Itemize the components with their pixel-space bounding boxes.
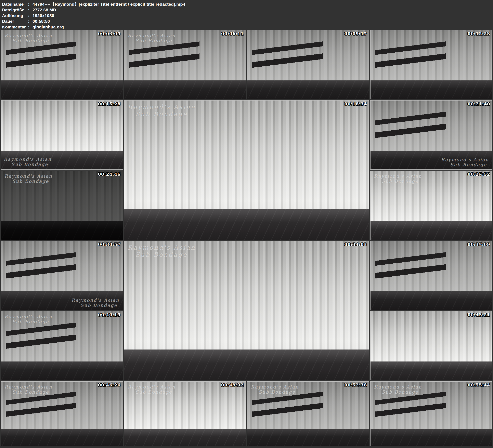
video-thumbnail: Raymond's AsianSub Bondage 00:49:32 (124, 381, 246, 446)
field-label: Dateigröße (2, 7, 28, 13)
thumbnail-placeholder (370, 311, 493, 380)
video-thumbnail: Raymond's AsianSub Bondage 00:24:46 (0, 171, 123, 240)
timestamp-overlay: 00:30:57 (98, 242, 121, 247)
thumbnail-placeholder (1, 381, 123, 446)
thumbnail-placeholder (1, 30, 123, 99)
video-thumbnail: Raymond's AsianSub Bondage 00:06:11 (124, 30, 246, 99)
video-thumbnail: Raymond's AsianSub Bondage 00:46:26 (0, 381, 123, 446)
video-thumbnail: Raymond's AsianSub Bondage 00:27:52 (370, 171, 493, 240)
duration-value: 00:58:50 (33, 19, 50, 24)
thumbnail-placeholder (247, 381, 369, 446)
timestamp-overlay: 00:27:52 (468, 172, 490, 177)
video-thumbnail: Raymond's AsianSub Bondage 00:15:28 (0, 100, 123, 169)
timestamp-overlay: 00:49:32 (221, 382, 244, 388)
video-thumbnail-large: Raymond's AsianSub Bondage 00:18:34 (124, 100, 369, 240)
filename-value: 44794----【Raymond】[expliziter Titel entf… (33, 1, 185, 7)
thumbnail-placeholder (124, 241, 369, 380)
timestamp-overlay: 00:24:46 (98, 172, 121, 177)
field-label: Auflösung (2, 13, 28, 19)
thumbnail-placeholder (124, 381, 246, 446)
field-label: Kommentar (2, 24, 28, 30)
video-thumbnail: Raymond's AsianSub Bondage 00:55:44 (370, 381, 493, 446)
metadata-row-filesize: Dateigröße : 2772.68 MB (2, 7, 493, 13)
video-thumbnail: Raymond's AsianSub Bondage 00:43:21 (370, 311, 493, 380)
thumbnail-placeholder (1, 241, 123, 310)
thumbnail-placeholder (1, 171, 123, 240)
timestamp-overlay: 00:40:15 (98, 312, 121, 317)
thumbnail-placeholder (1, 311, 123, 380)
video-thumbnail: Raymond's AsianSub Bondage 00:09:17 (247, 30, 369, 99)
thumbnail-placeholder (124, 30, 246, 99)
metadata-row-comment: Kommentar : qinglanhua.org (2, 24, 493, 30)
metadata-row-duration: Dauer : 00:58:50 (2, 19, 493, 24)
thumbnail-placeholder (370, 171, 493, 240)
video-contact-sheet: Dateiname : 44794----【Raymond】[explizite… (0, 0, 493, 448)
metadata-header: Dateiname : 44794----【Raymond】[explizite… (0, 0, 493, 30)
resolution-value: 1920x1080 (33, 13, 54, 19)
video-thumbnail: Raymond's AsianSub Bondage 00:52:38 (247, 381, 369, 446)
timestamp-overlay: 00:21:40 (468, 101, 490, 106)
timestamp-overlay: 00:09:17 (344, 31, 367, 36)
thumbnail-placeholder (370, 30, 493, 99)
thumbnail-placeholder (370, 381, 493, 446)
video-thumbnail: Raymond's AsianSub Bondage 00:03:05 (0, 30, 123, 99)
filesize-value: 2772.68 MB (33, 7, 56, 13)
timestamp-overlay: 00:18:34 (344, 101, 367, 106)
comment-value: qinglanhua.org (33, 24, 64, 30)
field-label: Dauer (2, 19, 28, 24)
video-thumbnail: Raymond's AsianSub Bondage 00:30:57 (0, 241, 123, 310)
timestamp-overlay: 00:06:11 (221, 31, 244, 36)
timestamp-overlay: 00:03:05 (98, 31, 121, 36)
thumbnail-placeholder (370, 241, 493, 310)
video-thumbnail: Raymond's AsianSub Bondage 00:37:09 (370, 241, 493, 310)
field-label: Dateiname (2, 1, 28, 7)
timestamp-overlay: 00:43:21 (468, 312, 490, 317)
video-thumbnail: Raymond's AsianSub Bondage 00:12:23 (370, 30, 493, 99)
metadata-row-filename: Dateiname : 44794----【Raymond】[explizite… (2, 1, 493, 7)
video-thumbnail-large: Raymond's AsianSub Bondage 00:34:03 (124, 241, 369, 380)
thumbnail-placeholder (247, 30, 369, 99)
timestamp-overlay: 00:15:28 (98, 101, 121, 106)
timestamp-overlay: 00:46:26 (98, 382, 121, 388)
timestamp-overlay: 00:37:09 (468, 242, 490, 247)
timestamp-overlay: 00:34:03 (344, 242, 367, 247)
thumbnail-placeholder (124, 101, 369, 240)
thumbnail-placeholder (1, 101, 123, 169)
timestamp-overlay: 00:52:38 (344, 382, 367, 388)
video-thumbnail: Raymond's AsianSub Bondage 00:40:15 (0, 311, 123, 380)
timestamp-overlay: 00:12:23 (468, 31, 490, 36)
timestamp-overlay: 00:55:44 (468, 382, 490, 388)
video-thumbnail: Raymond's AsianSub Bondage 00:21:40 (370, 100, 493, 169)
metadata-row-resolution: Auflösung : 1920x1080 (2, 13, 493, 19)
thumbnail-grid: Raymond's AsianSub Bondage 00:03:05 Raym… (0, 30, 493, 447)
thumbnail-placeholder (370, 101, 493, 169)
